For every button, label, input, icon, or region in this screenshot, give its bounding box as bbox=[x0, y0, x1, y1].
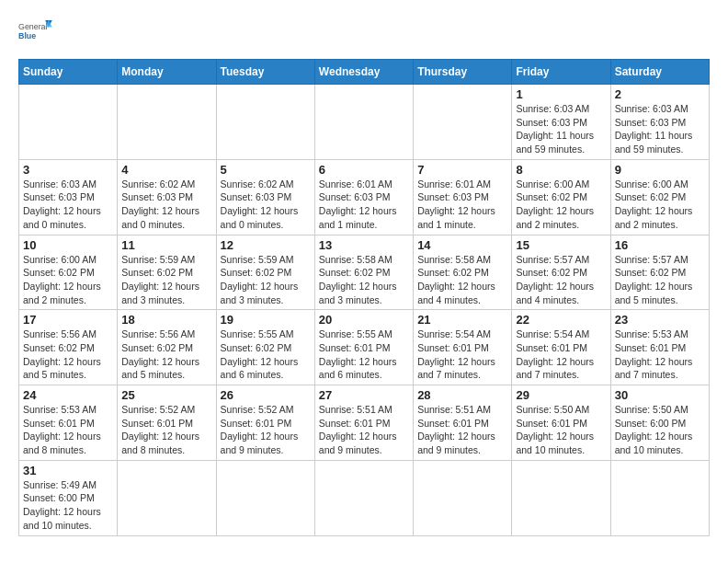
week-row-4: 17Sunrise: 5:56 AM Sunset: 6:02 PM Dayli… bbox=[19, 310, 710, 385]
day-cell: 18Sunrise: 5:56 AM Sunset: 6:02 PM Dayli… bbox=[118, 310, 216, 385]
day-cell bbox=[414, 85, 512, 160]
day-cell: 19Sunrise: 5:55 AM Sunset: 6:02 PM Dayli… bbox=[216, 310, 314, 385]
day-cell: 27Sunrise: 5:51 AM Sunset: 6:01 PM Dayli… bbox=[314, 385, 413, 461]
day-info: Sunrise: 5:54 AM Sunset: 6:01 PM Dayligh… bbox=[417, 327, 507, 382]
day-cell: 1Sunrise: 6:03 AM Sunset: 6:03 PM Daylig… bbox=[512, 85, 610, 160]
day-info: Sunrise: 5:58 AM Sunset: 6:02 PM Dayligh… bbox=[319, 253, 409, 307]
day-cell: 8Sunrise: 6:00 AM Sunset: 6:02 PM Daylig… bbox=[512, 159, 610, 235]
day-info: Sunrise: 6:03 AM Sunset: 6:03 PM Dayligh… bbox=[516, 102, 606, 156]
day-info: Sunrise: 5:51 AM Sunset: 6:01 PM Dayligh… bbox=[417, 403, 507, 457]
day-number: 7 bbox=[417, 163, 507, 177]
col-header-monday: Monday bbox=[118, 60, 216, 85]
day-cell: 12Sunrise: 5:59 AM Sunset: 6:02 PM Dayli… bbox=[216, 235, 314, 310]
day-cell: 25Sunrise: 5:52 AM Sunset: 6:01 PM Dayli… bbox=[118, 385, 216, 461]
day-cell: 9Sunrise: 6:00 AM Sunset: 6:02 PM Daylig… bbox=[610, 159, 709, 235]
week-row-3: 10Sunrise: 6:00 AM Sunset: 6:02 PM Dayli… bbox=[19, 235, 710, 310]
day-number: 28 bbox=[417, 388, 507, 402]
calendar-table: SundayMondayTuesdayWednesdayThursdayFrid… bbox=[18, 59, 710, 536]
week-row-1: 1Sunrise: 6:03 AM Sunset: 6:03 PM Daylig… bbox=[19, 85, 710, 160]
day-number: 13 bbox=[319, 238, 409, 252]
day-info: Sunrise: 5:57 AM Sunset: 6:02 PM Dayligh… bbox=[516, 253, 606, 307]
day-cell bbox=[314, 85, 413, 160]
day-number: 10 bbox=[23, 238, 113, 252]
calendar-header-row: SundayMondayTuesdayWednesdayThursdayFrid… bbox=[19, 60, 710, 85]
day-number: 23 bbox=[615, 313, 705, 327]
day-cell: 21Sunrise: 5:54 AM Sunset: 6:01 PM Dayli… bbox=[414, 310, 512, 385]
day-cell: 13Sunrise: 5:58 AM Sunset: 6:02 PM Dayli… bbox=[314, 235, 413, 310]
day-number: 2 bbox=[615, 87, 705, 101]
day-cell bbox=[512, 460, 610, 535]
day-cell: 15Sunrise: 5:57 AM Sunset: 6:02 PM Dayli… bbox=[512, 235, 610, 310]
day-cell: 31Sunrise: 5:49 AM Sunset: 6:00 PM Dayli… bbox=[19, 460, 118, 535]
day-cell: 29Sunrise: 5:50 AM Sunset: 6:01 PM Dayli… bbox=[512, 385, 610, 461]
day-cell: 30Sunrise: 5:50 AM Sunset: 6:00 PM Dayli… bbox=[610, 385, 709, 461]
day-number: 22 bbox=[516, 313, 606, 327]
day-cell: 23Sunrise: 5:53 AM Sunset: 6:01 PM Dayli… bbox=[610, 310, 709, 385]
header: GeneralBlue bbox=[18, 15, 710, 50]
day-cell bbox=[19, 85, 118, 160]
day-cell bbox=[118, 85, 216, 160]
day-cell: 17Sunrise: 5:56 AM Sunset: 6:02 PM Dayli… bbox=[19, 310, 118, 385]
day-info: Sunrise: 5:59 AM Sunset: 6:02 PM Dayligh… bbox=[121, 253, 211, 307]
day-number: 26 bbox=[221, 388, 311, 402]
day-info: Sunrise: 6:02 AM Sunset: 6:03 PM Dayligh… bbox=[221, 178, 311, 232]
day-cell bbox=[216, 460, 314, 535]
col-header-saturday: Saturday bbox=[610, 60, 709, 85]
day-cell: 2Sunrise: 6:03 AM Sunset: 6:03 PM Daylig… bbox=[610, 85, 709, 160]
day-number: 20 bbox=[319, 313, 409, 327]
day-number: 30 bbox=[615, 388, 705, 402]
col-header-thursday: Thursday bbox=[414, 60, 512, 85]
day-info: Sunrise: 6:02 AM Sunset: 6:03 PM Dayligh… bbox=[121, 178, 211, 232]
day-info: Sunrise: 6:00 AM Sunset: 6:02 PM Dayligh… bbox=[516, 178, 606, 232]
day-number: 19 bbox=[221, 313, 311, 327]
day-cell: 10Sunrise: 6:00 AM Sunset: 6:02 PM Dayli… bbox=[19, 235, 118, 310]
day-cell: 24Sunrise: 5:53 AM Sunset: 6:01 PM Dayli… bbox=[19, 385, 118, 461]
day-info: Sunrise: 5:53 AM Sunset: 6:01 PM Dayligh… bbox=[23, 403, 113, 457]
day-cell: 26Sunrise: 5:52 AM Sunset: 6:01 PM Dayli… bbox=[216, 385, 314, 461]
day-info: Sunrise: 5:50 AM Sunset: 6:00 PM Dayligh… bbox=[615, 403, 705, 457]
day-number: 25 bbox=[121, 388, 211, 402]
day-info: Sunrise: 5:55 AM Sunset: 6:01 PM Dayligh… bbox=[319, 327, 409, 382]
day-info: Sunrise: 5:52 AM Sunset: 6:01 PM Dayligh… bbox=[121, 403, 211, 457]
day-info: Sunrise: 5:56 AM Sunset: 6:02 PM Dayligh… bbox=[23, 327, 113, 382]
day-info: Sunrise: 5:53 AM Sunset: 6:01 PM Dayligh… bbox=[615, 327, 705, 382]
day-cell: 22Sunrise: 5:54 AM Sunset: 6:01 PM Dayli… bbox=[512, 310, 610, 385]
day-cell: 20Sunrise: 5:55 AM Sunset: 6:01 PM Dayli… bbox=[314, 310, 413, 385]
day-cell: 7Sunrise: 6:01 AM Sunset: 6:03 PM Daylig… bbox=[414, 159, 512, 235]
day-number: 21 bbox=[417, 313, 507, 327]
day-info: Sunrise: 5:57 AM Sunset: 6:02 PM Dayligh… bbox=[615, 253, 705, 307]
day-info: Sunrise: 5:49 AM Sunset: 6:00 PM Dayligh… bbox=[23, 478, 113, 533]
day-number: 18 bbox=[121, 313, 211, 327]
day-number: 31 bbox=[23, 464, 113, 477]
day-number: 24 bbox=[23, 388, 113, 402]
day-cell: 28Sunrise: 5:51 AM Sunset: 6:01 PM Dayli… bbox=[414, 385, 512, 461]
day-cell bbox=[216, 85, 314, 160]
col-header-tuesday: Tuesday bbox=[216, 60, 314, 85]
day-number: 6 bbox=[319, 163, 409, 177]
day-number: 14 bbox=[417, 238, 507, 252]
svg-text:General: General bbox=[18, 22, 48, 31]
day-cell: 6Sunrise: 6:01 AM Sunset: 6:03 PM Daylig… bbox=[314, 159, 413, 235]
day-info: Sunrise: 5:51 AM Sunset: 6:01 PM Dayligh… bbox=[319, 403, 409, 457]
week-row-2: 3Sunrise: 6:03 AM Sunset: 6:03 PM Daylig… bbox=[19, 159, 710, 235]
day-info: Sunrise: 6:03 AM Sunset: 6:03 PM Dayligh… bbox=[23, 178, 113, 232]
day-number: 3 bbox=[23, 163, 113, 177]
day-info: Sunrise: 6:00 AM Sunset: 6:02 PM Dayligh… bbox=[615, 178, 705, 232]
day-cell: 11Sunrise: 5:59 AM Sunset: 6:02 PM Dayli… bbox=[118, 235, 216, 310]
day-number: 17 bbox=[23, 313, 113, 327]
day-info: Sunrise: 5:55 AM Sunset: 6:02 PM Dayligh… bbox=[221, 327, 311, 382]
day-cell bbox=[118, 460, 216, 535]
day-cell bbox=[610, 460, 709, 535]
col-header-wednesday: Wednesday bbox=[314, 60, 413, 85]
day-number: 1 bbox=[516, 87, 606, 101]
day-number: 15 bbox=[516, 238, 606, 252]
day-number: 5 bbox=[221, 163, 311, 177]
day-info: Sunrise: 5:52 AM Sunset: 6:01 PM Dayligh… bbox=[221, 403, 311, 457]
week-row-5: 24Sunrise: 5:53 AM Sunset: 6:01 PM Dayli… bbox=[19, 385, 710, 461]
day-info: Sunrise: 6:01 AM Sunset: 6:03 PM Dayligh… bbox=[319, 178, 409, 232]
day-number: 12 bbox=[221, 238, 311, 252]
day-cell: 4Sunrise: 6:02 AM Sunset: 6:03 PM Daylig… bbox=[118, 159, 216, 235]
day-info: Sunrise: 5:58 AM Sunset: 6:02 PM Dayligh… bbox=[417, 253, 507, 307]
day-number: 4 bbox=[121, 163, 211, 177]
day-info: Sunrise: 6:00 AM Sunset: 6:02 PM Dayligh… bbox=[23, 253, 113, 307]
